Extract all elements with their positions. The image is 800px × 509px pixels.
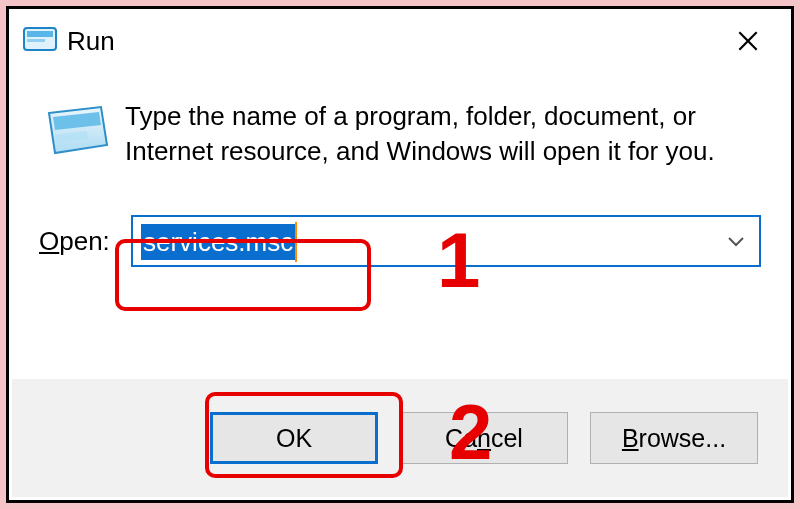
browse-button-label: Browse... [622, 424, 726, 453]
titlebar: Run [9, 9, 791, 73]
open-combobox[interactable]: services.msc [131, 215, 761, 267]
cancel-button[interactable]: Cancel [400, 412, 568, 464]
cancel-button-label: Cancel [445, 424, 523, 453]
open-row: Open: services.msc [9, 215, 791, 267]
ok-button[interactable]: OK [210, 412, 378, 464]
run-icon-large [39, 99, 125, 169]
button-bar: OK Cancel Browse... [12, 379, 788, 497]
window-title: Run [67, 26, 115, 57]
open-label: Open: [39, 226, 131, 257]
close-icon [735, 28, 761, 54]
dialog-description: Type the name of a program, folder, docu… [125, 99, 761, 169]
svg-rect-2 [27, 39, 45, 42]
close-button[interactable] [723, 19, 773, 63]
run-dialog-window: Run Type the name of a program [6, 6, 794, 503]
combobox-dropdown-button[interactable] [722, 234, 749, 248]
svg-rect-1 [27, 31, 53, 37]
chevron-down-icon [726, 234, 746, 248]
run-icon-small [23, 25, 57, 57]
dialog-body: Type the name of a program, folder, docu… [9, 73, 791, 169]
open-input-selection: services.msc [141, 224, 295, 260]
ok-button-label: OK [276, 424, 312, 453]
browse-button[interactable]: Browse... [590, 412, 758, 464]
